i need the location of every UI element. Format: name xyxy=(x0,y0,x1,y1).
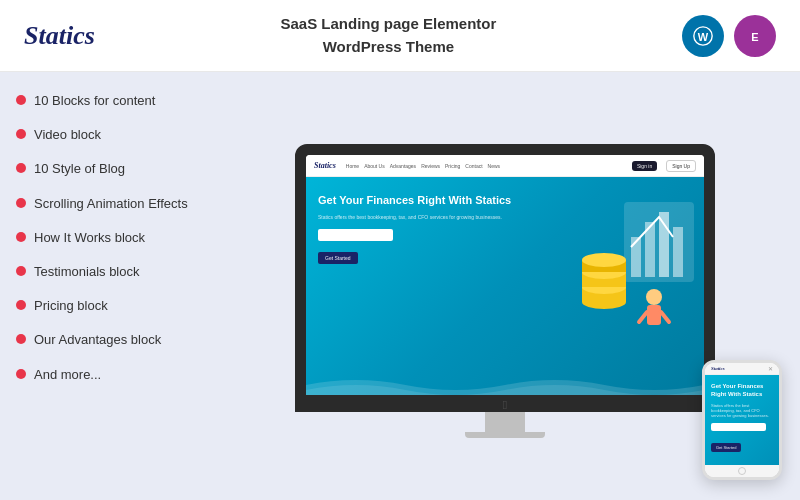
monitor-screen: Statics Home About Us Advantages Reviews… xyxy=(306,155,704,395)
bullet-icon xyxy=(16,334,26,344)
phone-logo: Statics xyxy=(711,366,725,371)
feature-item-blocks: 10 Blocks for content xyxy=(16,92,204,110)
feature-item-more: And more... xyxy=(16,366,204,384)
feature-label: Video block xyxy=(34,126,101,144)
site-hero: Get Your Finances Right With Statics Sta… xyxy=(306,177,704,395)
bullet-icon xyxy=(16,300,26,310)
feature-label: Our Advantages block xyxy=(34,331,161,349)
nav-reviews: Reviews xyxy=(421,163,440,169)
monitor-stand-top:  xyxy=(295,398,715,412)
feature-item-testimonials: Testimonials block xyxy=(16,263,204,281)
feature-label: How It Works block xyxy=(34,229,145,247)
phone-hero-title: Get Your Finances Right With Statics xyxy=(711,383,773,399)
main-content: 10 Blocks for content Video block 10 Sty… xyxy=(0,72,800,500)
features-sidebar: 10 Blocks for content Video block 10 Sty… xyxy=(0,72,220,500)
bullet-icon xyxy=(16,95,26,105)
feature-item-how: How It Works block xyxy=(16,229,204,247)
hero-email-input[interactable] xyxy=(318,229,393,241)
header-icons: W E xyxy=(682,15,776,57)
phone-top-bar: Statics ✕ xyxy=(705,363,779,375)
hero-wave xyxy=(306,375,704,395)
feature-label: Pricing block xyxy=(34,297,108,315)
svg-point-15 xyxy=(646,289,662,305)
apple-logo-icon:  xyxy=(503,398,507,412)
feature-label: Scrolling Animation Effects xyxy=(34,195,188,213)
svg-line-17 xyxy=(639,312,647,322)
monitor-stand-base xyxy=(465,432,545,438)
nav-about: About Us xyxy=(364,163,385,169)
site-nav-links: Home About Us Advantages Reviews Pricing… xyxy=(346,163,500,169)
nav-advantages: Advantages xyxy=(390,163,416,169)
feature-item-blog: 10 Style of Blog xyxy=(16,160,204,178)
site-signup-btn[interactable]: Sign Up xyxy=(666,160,696,172)
svg-rect-16 xyxy=(647,305,661,325)
phone-cta-btn[interactable]: Get Started xyxy=(711,443,741,452)
monitor-mockup: Statics Home About Us Advantages Reviews… xyxy=(295,144,715,438)
bullet-icon xyxy=(16,232,26,242)
feature-item-advantages: Our Advantages block xyxy=(16,331,204,349)
hero-illustration xyxy=(569,182,699,332)
hero-subtitle: Statics offers the best bookkeeping, tax… xyxy=(318,214,524,221)
site-navbar: Statics Home About Us Advantages Reviews… xyxy=(306,155,704,177)
phone-hero-subtitle: Statics offers the best bookkeeping, tax… xyxy=(711,403,773,419)
monitor-stand-neck xyxy=(485,412,525,432)
site-nav-logo: Statics xyxy=(314,161,336,170)
site-logo: Statics xyxy=(24,21,95,51)
phone-mockup: Statics ✕ Get Your Finances Right With S… xyxy=(702,360,782,480)
svg-text:W: W xyxy=(698,30,709,42)
nav-contact: Contact xyxy=(465,163,482,169)
phone-email-input[interactable] xyxy=(711,423,766,431)
phone-close-icon: ✕ xyxy=(768,365,773,372)
bullet-icon xyxy=(16,266,26,276)
monitor-screen-wrapper: Statics Home About Us Advantages Reviews… xyxy=(295,144,715,398)
phone-hero: Get Your Finances Right With Statics Sta… xyxy=(705,375,779,465)
nav-home: Home xyxy=(346,163,359,169)
header: Statics SaaS Landing page Elementor Word… xyxy=(0,0,800,72)
bullet-icon xyxy=(16,369,26,379)
nav-pricing: Pricing xyxy=(445,163,460,169)
feature-label: 10 Blocks for content xyxy=(34,92,155,110)
preview-area: Statics Home About Us Advantages Reviews… xyxy=(220,72,800,500)
bullet-icon xyxy=(16,198,26,208)
header-title: SaaS Landing page Elementor WordPress Th… xyxy=(280,13,496,58)
wordpress-icon[interactable]: W xyxy=(682,15,724,57)
elementor-icon[interactable]: E xyxy=(734,15,776,57)
svg-text:E: E xyxy=(751,30,758,42)
feature-item-pricing: Pricing block xyxy=(16,297,204,315)
hero-text-block: Get Your Finances Right With Statics Sta… xyxy=(318,193,524,264)
svg-point-14 xyxy=(582,253,626,267)
site-signin-btn[interactable]: Sign in xyxy=(632,161,657,171)
nav-news: News xyxy=(488,163,501,169)
svg-rect-6 xyxy=(659,212,669,277)
phone-bottom-bar xyxy=(705,465,779,477)
feature-label: 10 Style of Blog xyxy=(34,160,125,178)
phone-home-button[interactable] xyxy=(738,467,746,475)
svg-rect-7 xyxy=(673,227,683,277)
svg-line-18 xyxy=(661,312,669,322)
feature-label: Testimonials block xyxy=(34,263,140,281)
hero-cta-btn[interactable]: Get Started xyxy=(318,252,358,264)
bullet-icon xyxy=(16,129,26,139)
feature-label: And more... xyxy=(34,366,101,384)
feature-item-scrolling: Scrolling Animation Effects xyxy=(16,195,204,213)
bullet-icon xyxy=(16,163,26,173)
feature-item-video: Video block xyxy=(16,126,204,144)
hero-title: Get Your Finances Right With Statics xyxy=(318,193,524,208)
